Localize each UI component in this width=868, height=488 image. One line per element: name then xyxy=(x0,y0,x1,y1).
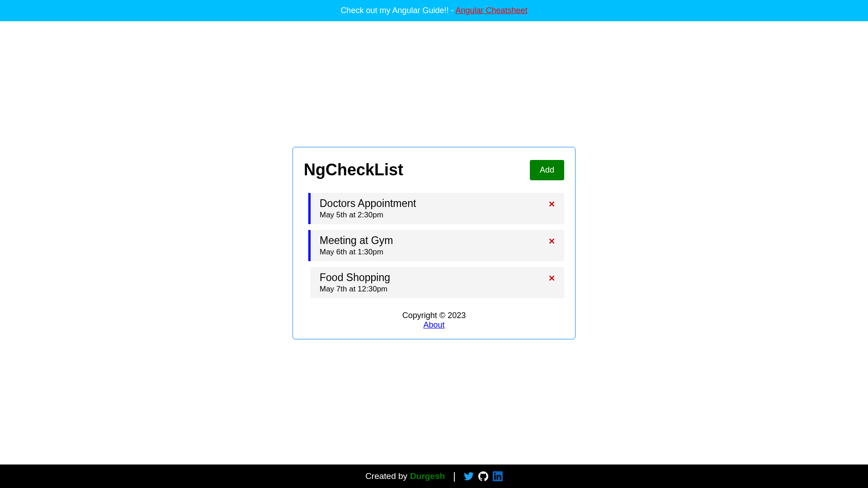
add-button[interactable]: Add xyxy=(530,160,564,180)
checklist-card: NgCheckList Add Doctors Appointment May … xyxy=(292,147,576,339)
page-footer: Created by Durgesh | xyxy=(0,465,868,488)
task-title: Meeting at Gym xyxy=(320,235,548,247)
task-date: May 7th at 12:30pm xyxy=(320,285,548,294)
close-icon[interactable]: ✕ xyxy=(548,272,555,282)
task-date: May 6th at 1:30pm xyxy=(320,248,548,257)
author-name: Durgesh xyxy=(410,471,445,481)
task-item[interactable]: Meeting at Gym May 6th at 1:30pm ✕ xyxy=(308,230,564,261)
linkedin-icon[interactable] xyxy=(493,471,503,481)
created-by-label: Created by xyxy=(365,471,407,481)
about-link[interactable]: About xyxy=(423,320,444,329)
close-icon[interactable]: ✕ xyxy=(548,235,555,245)
tasks-list: Doctors Appointment May 5th at 2:30pm ✕ … xyxy=(304,193,564,298)
task-title: Doctors Appointment xyxy=(320,197,548,210)
twitter-icon[interactable] xyxy=(464,471,474,481)
task-item[interactable]: Doctors Appointment May 5th at 2:30pm ✕ xyxy=(308,193,564,224)
banner-text: Check out my Angular Guide!! - xyxy=(340,6,455,15)
card-footer: Copyright © 2023 About xyxy=(304,311,564,330)
card-title: NgCheckList xyxy=(304,160,403,179)
promo-banner: Check out my Angular Guide!! - Angular C… xyxy=(0,0,868,21)
copyright-text: Copyright © 2023 xyxy=(304,311,564,320)
social-icons xyxy=(464,471,503,481)
banner-link[interactable]: Angular Cheatsheet xyxy=(456,6,528,15)
github-icon[interactable] xyxy=(478,471,488,481)
task-date: May 5th at 2:30pm xyxy=(320,211,548,220)
card-header: NgCheckList Add xyxy=(304,160,564,180)
main-content: NgCheckList Add Doctors Appointment May … xyxy=(0,21,868,465)
task-info: Food Shopping May 7th at 12:30pm xyxy=(320,272,548,294)
close-icon[interactable]: ✕ xyxy=(548,197,555,208)
task-item[interactable]: Food Shopping May 7th at 12:30pm ✕ xyxy=(311,267,564,298)
task-info: Doctors Appointment May 5th at 2:30pm xyxy=(320,197,548,220)
task-title: Food Shopping xyxy=(320,272,548,284)
task-info: Meeting at Gym May 6th at 1:30pm xyxy=(320,235,548,257)
created-by: Created by Durgesh xyxy=(365,471,445,481)
separator: | xyxy=(453,470,456,482)
